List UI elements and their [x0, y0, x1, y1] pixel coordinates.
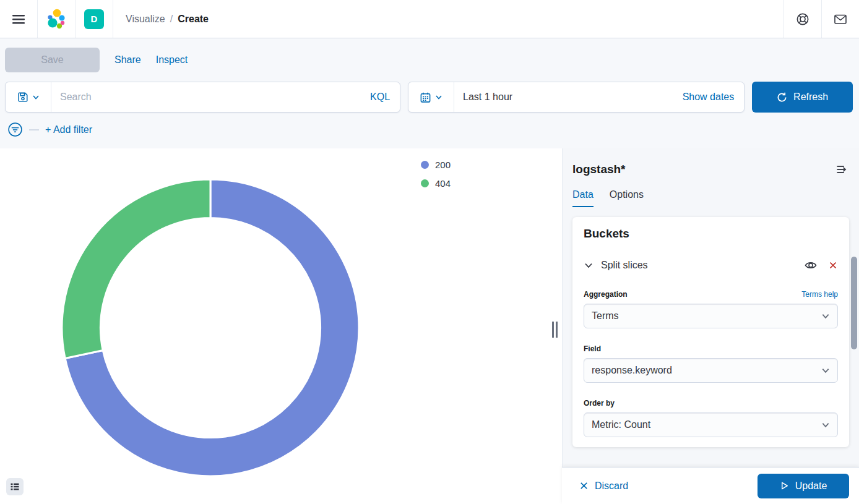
hamburger-menu-button[interactable]	[0, 0, 37, 38]
header-divider	[113, 0, 113, 38]
buckets-heading: Buckets	[584, 227, 838, 241]
chevron-down-icon	[32, 93, 40, 101]
buckets-card: Buckets Split slices	[572, 217, 849, 447]
chevron-down-icon	[821, 312, 830, 320]
panel-resizer-handle[interactable]	[548, 320, 561, 339]
query-bar: KQL	[5, 82, 400, 113]
saved-query-icon	[17, 92, 28, 103]
collapse-panel-button[interactable]	[834, 162, 849, 177]
close-icon	[579, 481, 589, 490]
editor-bottom-bar: Discard Update	[562, 467, 859, 504]
breadcrumb-current: Create	[178, 14, 209, 25]
tab-data[interactable]: Data	[572, 189, 594, 207]
split-slices-row: Split slices	[584, 259, 838, 271]
discard-button[interactable]: Discard	[579, 481, 628, 492]
visualization-chart-area: 200 404	[0, 148, 562, 504]
refresh-icon	[777, 92, 787, 103]
refresh-button[interactable]: Refresh	[752, 82, 853, 113]
chevron-down-icon[interactable]	[584, 260, 594, 270]
aggregation-select[interactable]: Terms	[584, 304, 838, 328]
field-value: response.keyword	[592, 365, 821, 376]
donut-slice-404[interactable]	[62, 179, 210, 358]
legend-swatch-200	[421, 161, 429, 169]
update-label: Update	[795, 481, 827, 492]
update-button[interactable]: Update	[758, 474, 849, 498]
kql-language-button[interactable]: KQL	[360, 92, 400, 103]
play-icon	[780, 481, 789, 490]
time-range-value[interactable]: Last 1 hour	[454, 92, 512, 103]
add-filter-button[interactable]: + Add filter	[45, 124, 92, 135]
content-region: 200 404 logstash*	[0, 148, 859, 504]
legend-label: 200	[435, 160, 451, 170]
hamburger-icon	[11, 12, 26, 27]
query-row: KQL	[5, 82, 853, 113]
order-by-select[interactable]: Metric: Count	[584, 412, 838, 437]
mail-icon	[833, 12, 848, 26]
chevron-down-icon	[821, 366, 830, 375]
chevron-down-icon	[435, 93, 442, 101]
tab-options[interactable]: Options	[610, 189, 644, 207]
donut-chart[interactable]	[0, 148, 562, 504]
filter-dash	[29, 129, 39, 130]
editor-tabs: Data Options	[572, 189, 849, 207]
field-label: Field	[584, 344, 838, 353]
panel-scrollbar-thumb[interactable]	[851, 257, 857, 349]
menu-right-icon	[835, 163, 848, 176]
elastic-home-button[interactable]	[38, 0, 75, 38]
index-pattern-title: logstash*	[572, 163, 626, 176]
save-button[interactable]: Save	[5, 48, 100, 72]
inspect-button[interactable]: Inspect	[156, 54, 188, 66]
legend-toggle-button[interactable]	[6, 478, 24, 495]
saved-query-menu-button[interactable]	[6, 82, 51, 112]
time-picker: Last 1 hour Show dates	[408, 82, 745, 113]
refresh-label: Refresh	[793, 92, 828, 103]
top-header: D Visualize / Create	[0, 0, 859, 38]
elastic-logo	[46, 8, 67, 30]
help-menu-button[interactable]	[784, 0, 821, 38]
split-slices-label[interactable]: Split slices	[601, 260, 805, 271]
share-button[interactable]: Share	[114, 54, 141, 66]
remove-x-icon[interactable]	[828, 260, 838, 270]
chart-legend: 200 404	[421, 160, 451, 189]
order-by-value: Metric: Count	[592, 419, 821, 430]
kibana-visualize-create-page: D Visualize / Create	[0, 0, 859, 504]
order-by-label: Order by	[584, 399, 838, 408]
chevron-down-icon	[821, 421, 830, 429]
filter-icon[interactable]	[7, 122, 23, 137]
toolbar-zone: Save Share Inspect KQL	[0, 39, 859, 148]
help-icon	[796, 12, 809, 26]
vis-editor-panel: logstash* Data Options B	[562, 148, 859, 504]
calendar-icon	[420, 92, 431, 103]
space-badge: D	[84, 9, 104, 29]
legend-label: 404	[435, 178, 451, 189]
date-quick-menu-button[interactable]	[408, 82, 454, 112]
field-select[interactable]: response.keyword	[584, 358, 838, 383]
list-icon	[9, 481, 20, 492]
eye-icon[interactable]	[805, 259, 817, 271]
legend-item-200[interactable]: 200	[421, 160, 451, 170]
breadcrumb: Visualize / Create	[126, 14, 209, 25]
search-input[interactable]	[51, 92, 360, 103]
legend-item-404[interactable]: 404	[421, 178, 451, 189]
aggregation-label: Aggregation	[584, 290, 628, 299]
space-selector-button[interactable]: D	[76, 0, 113, 38]
newsfeed-button[interactable]	[822, 0, 859, 38]
aggregation-value: Terms	[592, 310, 821, 322]
discard-label: Discard	[595, 481, 628, 492]
show-dates-button[interactable]: Show dates	[683, 92, 745, 103]
filter-bar: + Add filter	[7, 122, 92, 137]
legend-swatch-404	[421, 179, 429, 187]
breadcrumb-separator: /	[170, 14, 173, 25]
vis-actions-row: Save Share Inspect	[5, 48, 188, 72]
aggregation-label-row: Aggregation Terms help	[584, 290, 838, 299]
breadcrumb-section[interactable]: Visualize	[126, 14, 165, 25]
terms-help-link[interactable]: Terms help	[801, 290, 838, 299]
